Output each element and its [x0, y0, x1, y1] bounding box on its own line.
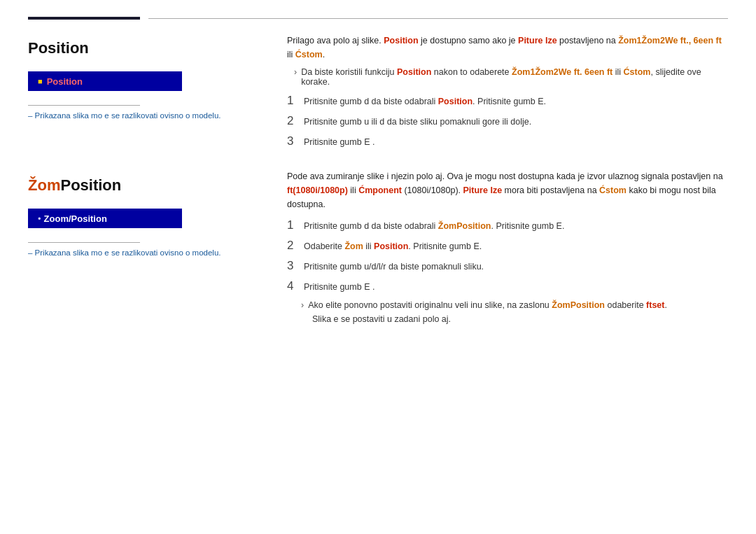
zoom-desc1-h1: ft(1080i/1080p): [287, 185, 348, 195]
position-blue-box: ■ Position: [28, 71, 182, 91]
zoom-title: ŽomPosition: [28, 176, 266, 195]
zoom-desc1-h2: Ćmponent: [358, 185, 402, 195]
zoom-title-pre: Žom: [28, 176, 60, 194]
position-box-icon: ■: [38, 77, 43, 85]
zoom-step2: 2 Odaberite Žom ili Position. Pritisnite…: [287, 239, 728, 253]
zoom-desc1: Pode ava zumiranje slike i njezin polo a…: [287, 169, 728, 211]
zoom-indent-text: Slika e se postaviti u zadani polo aj.: [287, 313, 728, 326]
zoom-desc1-mid3: mora biti postavljena na: [502, 185, 599, 195]
position-bullet1-text: Da biste koristili funkciju Position nak…: [301, 67, 728, 87]
position-steps: 1 Pritisnite gumb d da biste odabrali Po…: [287, 94, 728, 148]
position-bullet1-h2: Žom1: [512, 67, 535, 77]
position-step2: 2 Pritisnite gumb u ili d da biste sliku…: [287, 114, 728, 129]
position-bullet1-h4: We ft.: [559, 67, 582, 77]
position-left-col: Position ■ Position – Prikazana slika mo…: [28, 34, 266, 155]
position-desc1-h4: Žom2: [642, 36, 665, 45]
zoom-step1: 1 Pritisnite gumb d da biste odabrali Žo…: [287, 218, 728, 233]
zoom-desc1-h4: Ćstom: [599, 185, 626, 195]
position-title: Position: [28, 39, 266, 57]
zoom-step3: 3 Pritisnite gumb u/d/l/r da biste pomak…: [287, 259, 728, 274]
zoom-box-label: Zoom/Position: [44, 213, 107, 224]
position-desc1-h1: Position: [384, 36, 418, 45]
position-desc1: Prilago ava polo aj slike. Position je d…: [287, 34, 728, 62]
position-desc1-mid: je dostupno samo ako je: [419, 36, 518, 45]
position-step1: 1 Pritisnite gumb d da biste odabrali Po…: [287, 94, 728, 108]
zoom-left-col: ŽomPosition • Zoom/Position – Prikazana …: [28, 169, 266, 326]
zoom-desc1-h3: Piture Ize: [463, 185, 503, 195]
zoom-desc1-pre: Pode ava zumiranje slike i njezin polo a…: [287, 171, 723, 181]
position-bullet1-h5: 6een ft: [582, 67, 613, 77]
position-desc1-mid2: postavljeno na: [557, 36, 619, 45]
top-border-left: [28, 17, 140, 20]
position-desc1-h7: Ćstom: [295, 50, 323, 59]
zoom-desc1-mid2: (1080i/1080p).: [402, 185, 463, 195]
zoom-position-section: ŽomPosition • Zoom/Position – Prikazana …: [0, 162, 756, 326]
position-desc1-h5: We ft.: [665, 36, 689, 45]
zoom-box-dot: •: [38, 213, 41, 224]
position-section: Position ■ Position – Prikazana slika mo…: [0, 27, 756, 155]
position-desc1-mid3: ili: [287, 50, 295, 59]
zoom-right-col: Pode ava zumiranje slike i njezin polo a…: [266, 169, 728, 326]
position-divider: [28, 105, 140, 106]
position-desc1-pre: Prilago ava polo aj slike.: [287, 36, 384, 45]
position-bullet1-h6: Ćstom: [624, 67, 651, 77]
zoom-blue-box: • Zoom/Position: [28, 209, 182, 228]
top-border-area: [0, 0, 756, 20]
top-border-right: [148, 18, 728, 19]
position-box-label: Position: [47, 76, 83, 87]
zoom-title-main: Position: [60, 176, 121, 194]
position-right-col: Prilago ava polo aj slike. Position je d…: [266, 34, 728, 155]
zoom-sub-bullet-text: Ako elite ponovno postaviti originalnu v…: [308, 300, 667, 310]
zoom-step4: 4 Pritisnite gumb E .: [287, 279, 728, 294]
position-note: – Prikazana slika mo e se razlikovati ov…: [28, 111, 266, 120]
position-step3: 3 Pritisnite gumb E .: [287, 134, 728, 149]
zoom-steps: 1 Pritisnite gumb d da biste odabrali Žo…: [287, 218, 728, 293]
page-wrapper: Position ■ Position – Prikazana slika mo…: [0, 0, 756, 326]
position-bullet1-h1: Position: [397, 67, 431, 77]
position-desc1-end: .: [323, 50, 325, 59]
position-desc1-h3: Žom1: [618, 36, 641, 45]
zoom-note: – Prikazana slika mo e se razlikovati ov…: [28, 248, 266, 257]
position-desc1-h6: , 6een ft: [689, 36, 722, 45]
zoom-divider: [28, 242, 140, 243]
position-desc1-h2: Piture Ize: [518, 36, 557, 45]
position-bullet1: Da biste koristili funkciju Position nak…: [287, 67, 728, 87]
zoom-sub-bullet: Ako elite ponovno postaviti originalnu v…: [287, 300, 728, 310]
position-bullet1-h3: Žom2: [535, 67, 558, 77]
zoom-desc1-mid1: ili: [348, 185, 358, 195]
